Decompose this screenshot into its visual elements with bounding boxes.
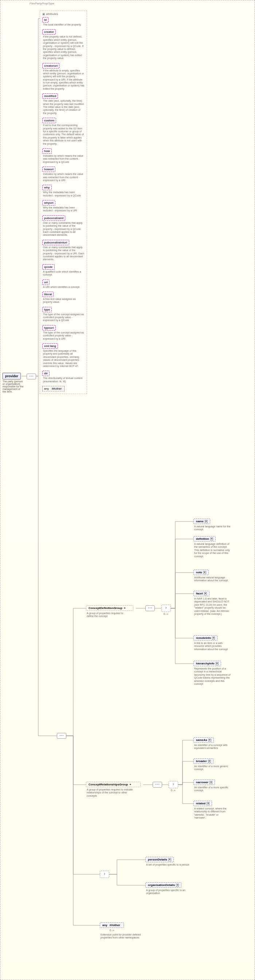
elem-narrower: narrower+ — [193, 780, 215, 785]
sequence-connector — [27, 374, 36, 379]
elem-organisationDetails: organisationDetails+ — [145, 882, 181, 888]
any-other-attr: any ##other — [42, 386, 65, 391]
attr-qcode: qcode — [42, 264, 55, 270]
crg-choice — [169, 781, 178, 788]
crg-label: ConceptRelationshipsGroup — [89, 783, 128, 786]
concept-relationships-group: ConceptRelationshipsGroup+ — [86, 782, 141, 787]
expand-icon: + — [203, 571, 206, 574]
elem-desc: An identifier of a concept with equivale… — [194, 744, 231, 750]
attr-why: why — [42, 185, 52, 190]
expand-icon: + — [208, 739, 211, 741]
expand-icon: + — [212, 637, 215, 640]
cdg-seq — [145, 605, 155, 611]
elem-desc: A set of properties specific to a person — [146, 863, 193, 866]
elem-definition: definition+ — [193, 536, 215, 542]
elem-desc: In NAR 1.8 and later, facet is deprecate… — [194, 597, 231, 616]
attr-desc: The type of the concept assigned as cont… — [42, 331, 84, 340]
elem-hierarchyInfo: hierarchyInfo+ — [193, 661, 221, 666]
provider-desc: The party (person or organisation) respo… — [3, 380, 24, 393]
expand-icon: + — [168, 858, 171, 861]
attr-modified: modified — [42, 93, 58, 99]
attr-desc: Indicates by which means the value was e… — [42, 173, 84, 182]
attributes-header: attributes — [42, 13, 84, 16]
attr-desc: If set to true the corresponding propert… — [42, 124, 84, 145]
any-elem-label: any — [102, 924, 108, 927]
attr-desc: Indicates by which means the value was e… — [42, 154, 84, 164]
attr-whyuri: whyuri — [42, 200, 55, 205]
attr-pubconstrainturi: pubconstrainturi — [42, 240, 69, 245]
party-choice — [100, 871, 109, 878]
attr-desc: Why the metadata has been included - exp… — [42, 191, 84, 197]
elem-personDetails: personDetails+ — [145, 857, 174, 862]
elem-desc: A group of properties specific to an org… — [146, 889, 193, 895]
connector-lines — [0, 0, 255, 980]
attr-desc: Specifies the language of this property … — [42, 350, 84, 368]
any-label: any — [44, 387, 49, 390]
elem-desc: An identifier of a more generic concept. — [194, 765, 231, 771]
crg-seq — [153, 782, 162, 788]
any-elem-desc: Extension point for provider-defined pro… — [101, 933, 144, 940]
elem-desc: A natural language name for the concept. — [194, 525, 231, 531]
expand-icon: + — [209, 781, 212, 784]
attr-desc: A qualified code which identifies a conc… — [42, 270, 84, 277]
attributes-container: attributes idThe local identifier of the… — [40, 11, 87, 394]
attr-desc: The local identifier of the property. — [42, 23, 84, 26]
sequence-connector-lower — [57, 733, 66, 739]
cdg-desc: A group of properties required to define… — [87, 612, 130, 618]
attr-type: type — [42, 307, 52, 312]
attr-how: how — [42, 148, 52, 154]
attr-dir: dir — [42, 371, 49, 376]
attr-desc: The directionality of textual content (e… — [42, 377, 84, 383]
elem-desc: Additional natural language information … — [194, 576, 231, 582]
attr-desc: One or many constraints that apply to pu… — [42, 221, 84, 237]
diagram-root: FlexPartyPropType provider The party (pe… — [0, 0, 255, 980]
elem-sameAs: sameAs+ — [193, 737, 214, 743]
attr-custom: custom — [42, 118, 56, 123]
crg-card: 0..∞ — [171, 789, 176, 792]
concept-definition-group: ConceptDefinitionGroup+ — [86, 605, 133, 611]
elem-remoteInfo: remoteInfo+ — [193, 635, 217, 641]
attr-uri: uri — [42, 280, 49, 285]
attr-desc: The type of the concept assigned as cont… — [42, 313, 84, 322]
expand-icon: + — [215, 662, 219, 665]
elem-name: name+ — [193, 519, 210, 524]
attr-xml-lang: xml:lang — [42, 343, 58, 349]
expand-icon: + — [176, 884, 179, 887]
any-card: 0..∞ — [110, 929, 114, 932]
expand-icon: + — [208, 760, 211, 763]
attr-typeuri: typeuri — [42, 325, 56, 331]
attr-desc: The date (and, optionally, the time) whe… — [42, 100, 84, 115]
attr-desc: Why the metadata has been included - exp… — [42, 206, 84, 213]
attr-desc: A free-text value assigned as property v… — [42, 298, 84, 304]
elem-desc: A related concept, where the relationshi… — [194, 807, 231, 819]
attr-creatoruri: creatoruri — [42, 63, 59, 68]
elem-desc: A link to an item or a web resource whic… — [194, 642, 231, 651]
attr-creator: creator — [42, 29, 56, 35]
expand-icon: + — [204, 592, 207, 595]
elem-desc: Represents the position of a concept in … — [194, 667, 231, 686]
any-namespace: ##other — [51, 387, 63, 390]
expand-icon: + — [210, 538, 213, 541]
attr-desc: If the property value is not defined, sp… — [42, 35, 84, 60]
type-label: FlexPartyPropType — [30, 2, 54, 5]
attr-id: id — [42, 17, 48, 22]
attr-howuri: howuri — [42, 167, 55, 172]
attr-pubconstraint: pubconstraint — [42, 215, 65, 221]
expand-icon: + — [205, 520, 207, 523]
provider-element: provider — [3, 373, 21, 379]
elem-broader: broader+ — [193, 759, 214, 764]
attr-literal: literal — [42, 291, 54, 297]
expand-icon: + — [207, 802, 209, 805]
attr-desc: A URI which identifies a concept. — [42, 286, 84, 289]
any-element: any ##other — [100, 923, 124, 928]
attr-desc: If the attribute is empty, specifies whi… — [42, 69, 84, 91]
cdg-choice — [162, 605, 171, 612]
elem-desc: An identifier of a more specific concept… — [194, 786, 231, 792]
elem-related: related+ — [193, 801, 212, 806]
elem-desc: A natural language definition of the sem… — [194, 542, 231, 558]
cdg-label: ConceptDefinitionGroup — [89, 606, 122, 610]
elem-note: note+ — [193, 570, 209, 575]
cdg-card: 0..∞ — [163, 612, 168, 615]
elem-facet: facet+ — [193, 591, 209, 596]
attr-desc: One or many constraints that apply to pu… — [42, 246, 84, 261]
